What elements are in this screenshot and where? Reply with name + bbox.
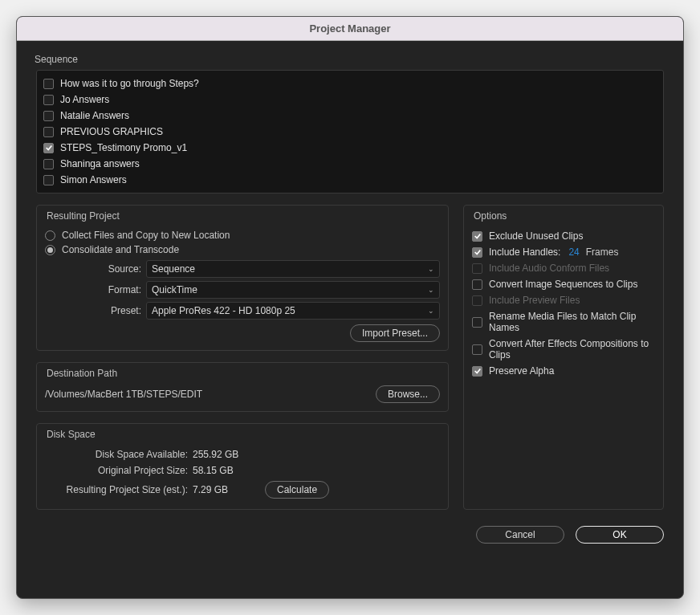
import-preset-row: Import Preset... <box>45 324 440 342</box>
preset-select[interactable]: Apple ProRes 422 - HD 1080p 25 ⌄ <box>146 302 440 320</box>
option-checkbox[interactable] <box>472 366 482 377</box>
destination-group: Destination Path /Volumes/MacBert 1TB/ST… <box>36 362 449 412</box>
option-checkbox <box>472 263 482 274</box>
preset-row: Preset: Apple ProRes 422 - HD 1080p 25 ⌄ <box>45 302 440 320</box>
option-label: Convert After Effects Compositions to Cl… <box>489 338 655 360</box>
sequence-item[interactable]: Shaninga answers <box>40 156 660 172</box>
radio-consolidate[interactable] <box>45 245 55 255</box>
options-list: Exclude Unused ClipsInclude Handles:24 F… <box>472 228 655 379</box>
sequence-item-label: STEPS_Testimony Promo_v1 <box>60 142 187 153</box>
source-row: Source: Sequence ⌄ <box>45 260 440 278</box>
sequence-title: Sequence <box>35 54 664 65</box>
option-row[interactable]: Convert Image Sequences to Clips <box>472 276 655 292</box>
disk-avail-value: 255.92 GB <box>193 449 238 460</box>
chevron-down-icon: ⌄ <box>428 307 434 315</box>
sequence-checkbox[interactable] <box>43 127 54 137</box>
window-title: Project Manager <box>17 17 683 41</box>
sequence-checkbox[interactable] <box>43 175 54 185</box>
resulting-project-title: Resulting Project <box>43 210 123 222</box>
chevron-down-icon: ⌄ <box>428 286 434 294</box>
dialog-footer: Cancel OK <box>36 521 664 544</box>
option-label: Exclude Unused Clips <box>489 230 583 242</box>
option-label: Include Audio Conform Files <box>489 263 609 274</box>
calculate-button[interactable]: Calculate <box>265 481 329 499</box>
project-manager-window: Project Manager Sequence How was it to g… <box>16 16 684 599</box>
left-column: Resulting Project Collect Files and Copy… <box>36 205 449 510</box>
radio-collect-row[interactable]: Collect Files and Copy to New Location <box>45 228 440 242</box>
cancel-button[interactable]: Cancel <box>476 526 564 544</box>
format-select[interactable]: QuickTime ⌄ <box>146 281 440 299</box>
browse-button[interactable]: Browse... <box>376 385 440 403</box>
option-row[interactable]: Preserve Alpha <box>472 363 655 379</box>
option-checkbox[interactable] <box>472 344 482 355</box>
disk-avail-label: Disk Space Available: <box>45 449 188 460</box>
disk-avail-row: Disk Space Available: 255.92 GB <box>45 446 440 462</box>
radio-consolidate-label: Consolidate and Transcode <box>62 244 179 255</box>
disk-orig-row: Original Project Size: 58.15 GB <box>45 462 440 479</box>
format-label: Format: <box>45 284 141 295</box>
disk-orig-label: Original Project Size: <box>45 465 188 476</box>
sequence-checkbox[interactable] <box>43 111 54 121</box>
sequence-checkbox[interactable] <box>43 79 54 89</box>
option-row[interactable]: Convert After Effects Compositions to Cl… <box>472 336 655 363</box>
handles-value[interactable]: 24 <box>568 246 579 258</box>
sequence-item-label: Jo Answers <box>60 94 109 105</box>
option-label: Include Handles: <box>489 246 560 258</box>
radio-consolidate-row[interactable]: Consolidate and Transcode <box>45 242 440 257</box>
option-label: Convert Image Sequences to Clips <box>489 279 637 290</box>
sequence-list[interactable]: How was it to go through Steps?Jo Answer… <box>36 70 664 193</box>
option-row: Include Audio Conform Files <box>472 260 655 276</box>
destination-path: /Volumes/MacBert 1TB/STEPS/EDIT <box>45 385 202 403</box>
option-row: Include Preview Files <box>472 292 655 308</box>
format-value: QuickTime <box>152 284 197 295</box>
option-checkbox[interactable] <box>472 231 482 242</box>
destination-title: Destination Path <box>43 368 120 379</box>
option-label: Preserve Alpha <box>489 365 554 377</box>
option-checkbox[interactable] <box>472 317 482 328</box>
sequence-item-label: How was it to go through Steps? <box>60 78 199 89</box>
option-checkbox[interactable] <box>472 279 482 290</box>
source-value: Sequence <box>152 263 195 275</box>
format-row: Format: QuickTime ⌄ <box>45 281 440 299</box>
sequence-item-label: Shaninga answers <box>60 158 140 169</box>
option-row[interactable]: Rename Media Files to Match Clip Names <box>472 308 655 336</box>
ok-button[interactable]: OK <box>576 526 664 544</box>
options-group: Options Exclude Unused ClipsInclude Hand… <box>463 205 664 510</box>
sequence-item[interactable]: How was it to go through Steps? <box>40 75 660 92</box>
disk-orig-value: 58.15 GB <box>193 465 234 476</box>
middle-columns: Resulting Project Collect Files and Copy… <box>36 205 664 510</box>
radio-collect-label: Collect Files and Copy to New Location <box>62 230 230 241</box>
sequence-checkbox[interactable] <box>43 159 54 169</box>
sequence-checkbox[interactable] <box>43 143 54 153</box>
destination-row: /Volumes/MacBert 1TB/STEPS/EDIT Browse..… <box>45 385 440 403</box>
disk-est-value: 7.29 GB <box>193 484 228 495</box>
sequence-item[interactable]: PREVIOUS GRAPHICS <box>40 124 660 140</box>
sequence-checkbox[interactable] <box>43 95 54 105</box>
radio-collect[interactable] <box>45 230 55 241</box>
disk-est-label: Resulting Project Size (est.): <box>45 484 188 495</box>
sequence-item[interactable]: Natalie Answers <box>40 108 660 124</box>
sequence-item-label: PREVIOUS GRAPHICS <box>60 126 163 137</box>
import-preset-button[interactable]: Import Preset... <box>350 324 440 342</box>
preset-label: Preset: <box>45 305 141 316</box>
sequence-item[interactable]: Simon Answers <box>40 172 660 188</box>
disk-space-title: Disk Space <box>43 429 99 440</box>
window-content: Sequence How was it to go through Steps?… <box>17 41 683 598</box>
right-column: Options Exclude Unused ClipsInclude Hand… <box>463 205 664 510</box>
preset-value: Apple ProRes 422 - HD 1080p 25 <box>152 305 295 316</box>
options-title: Options <box>470 210 510 222</box>
option-checkbox <box>472 295 482 306</box>
disk-est-row: Resulting Project Size (est.): 7.29 GB C… <box>45 479 440 501</box>
option-checkbox[interactable] <box>472 247 482 258</box>
source-label: Source: <box>45 263 141 275</box>
resulting-project-group: Resulting Project Collect Files and Copy… <box>36 205 449 351</box>
handles-suffix: Frames <box>586 246 619 258</box>
option-label: Rename Media Files to Match Clip Names <box>489 311 655 333</box>
source-select[interactable]: Sequence ⌄ <box>146 260 440 278</box>
option-row[interactable]: Include Handles:24 Frames <box>472 244 655 260</box>
option-label: Include Preview Files <box>489 295 580 306</box>
sequence-item[interactable]: STEPS_Testimony Promo_v1 <box>40 140 660 156</box>
option-row[interactable]: Exclude Unused Clips <box>472 228 655 244</box>
sequence-section: Sequence How was it to go through Steps?… <box>36 54 664 193</box>
sequence-item[interactable]: Jo Answers <box>40 92 660 108</box>
